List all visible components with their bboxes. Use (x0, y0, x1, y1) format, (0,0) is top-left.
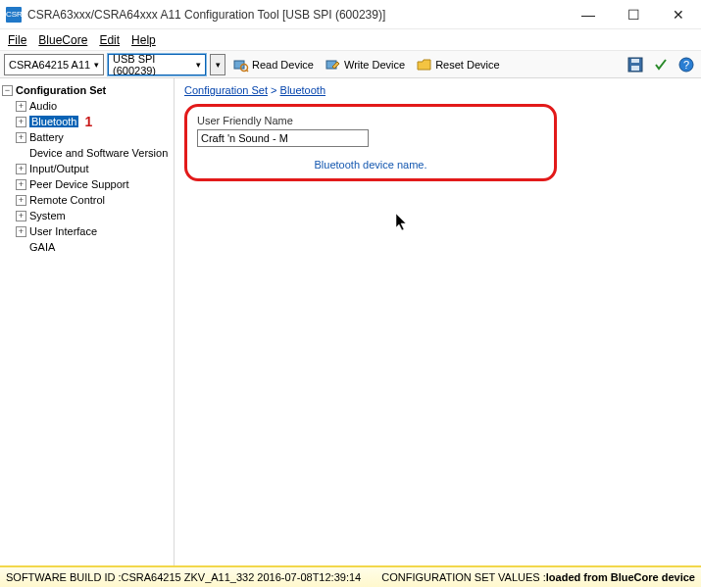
read-device-label: Read Device (252, 59, 314, 71)
tree-item-system[interactable]: +System (2, 208, 172, 223)
field-hint: Bluetooth device name. (197, 159, 544, 171)
svg-text:?: ? (683, 59, 689, 71)
menu-help[interactable]: Help (131, 33, 156, 47)
read-device-button[interactable]: Read Device (229, 54, 318, 75)
status-key-1: SOFTWARE BUILD ID : (6, 571, 122, 583)
expand-icon[interactable]: + (16, 117, 26, 127)
tree-root[interactable]: − Configuration Set (2, 82, 172, 98)
write-device-label: Write Device (344, 59, 405, 71)
tree-item-remote-control[interactable]: +Remote Control (2, 192, 172, 208)
search-chip-icon (233, 57, 249, 73)
tree-item-label: Battery (29, 131, 64, 143)
expand-icon[interactable]: + (16, 211, 26, 221)
field-label: User Friendly Name (197, 115, 544, 126)
tree-item-input-output[interactable]: +Input/Output (2, 161, 172, 176)
expand-icon[interactable]: + (16, 226, 26, 237)
breadcrumb-root[interactable]: Configuration Set (184, 84, 268, 96)
menu-bluecore[interactable]: BlueCore (38, 33, 87, 47)
check-button[interactable] (650, 54, 672, 75)
status-value-2: loaded from BlueCore device (546, 571, 695, 583)
chevron-down-icon: ▾ (194, 60, 203, 70)
breadcrumb: Configuration Set > Bluetooth (184, 84, 691, 96)
svg-rect-5 (631, 59, 639, 63)
collapse-icon[interactable]: − (2, 85, 13, 96)
tree-panel: − Configuration Set +Audio+Bluetooth1+Ba… (0, 78, 175, 565)
tree-item-label: Bluetooth (29, 116, 78, 127)
expand-icon[interactable]: + (16, 179, 26, 190)
cursor-icon (396, 214, 408, 234)
toolbar: CSRA64215 A11 ▾ USB SPI (600239) ▾ ▾ Rea… (0, 51, 701, 78)
tree-item-device-and-software-version[interactable]: Device and Software Version (2, 145, 172, 161)
tree-item-gaia[interactable]: GAIA (2, 239, 172, 255)
tree-item-battery[interactable]: +Battery (2, 129, 172, 145)
window-title: CSRA63xxx/CSRA64xxx A11 Configuration To… (27, 8, 566, 22)
tree-item-peer-device-support[interactable]: +Peer Device Support (2, 176, 172, 192)
menu-edit[interactable]: Edit (99, 33, 120, 47)
tree-item-label: Device and Software Version (29, 147, 168, 159)
reset-device-label: Reset Device (435, 59, 499, 71)
chevron-down-icon: ▾ (92, 60, 101, 70)
window-buttons: — ☐ ✕ (566, 0, 701, 28)
tree-item-bluetooth[interactable]: +Bluetooth1 (2, 114, 172, 129)
app-icon: CSR (6, 7, 22, 23)
menubar: File BlueCore Edit Help (0, 29, 701, 51)
status-value-1: CSRA64215 ZKV_A11_332 2016-07-08T12:39:1… (122, 571, 362, 583)
tree-item-label: Audio (29, 100, 57, 112)
tree-item-audio[interactable]: +Audio (2, 98, 172, 114)
tree-item-label: Remote Control (29, 194, 105, 206)
help-button[interactable]: ? (676, 54, 697, 75)
breadcrumb-current[interactable]: Bluetooth (280, 84, 325, 96)
pencil-chip-icon (325, 57, 341, 73)
expand-placeholder (16, 242, 26, 253)
friendly-name-input[interactable] (197, 129, 369, 147)
annotation-marker: 1 (84, 114, 92, 129)
titlebar: CSR CSRA63xxx/CSRA64xxx A11 Configuratio… (0, 0, 701, 29)
tree-item-label: GAIA (29, 241, 55, 253)
floppy-icon (627, 57, 643, 73)
highlight-panel: User Friendly Name Bluetooth device name… (184, 104, 557, 181)
content-panel: Configuration Set > Bluetooth User Frien… (175, 78, 701, 565)
device-model-combo[interactable]: CSRA64215 A11 ▾ (4, 54, 104, 75)
connection-dropdown-button[interactable]: ▾ (210, 54, 225, 75)
connection-value: USB SPI (600239) (113, 53, 194, 76)
reset-device-button[interactable]: Reset Device (413, 54, 503, 75)
breadcrumb-sep: > (268, 84, 280, 96)
write-device-button[interactable]: Write Device (322, 54, 409, 75)
tree-root-label: Configuration Set (16, 84, 106, 96)
svg-line-2 (246, 70, 248, 72)
tree-item-label: User Interface (29, 225, 97, 237)
device-model-value: CSRA64215 A11 (9, 59, 90, 71)
tree-item-label: Input/Output (29, 163, 89, 174)
status-key-2: CONFIGURATION SET VALUES : (381, 571, 545, 583)
expand-icon[interactable]: + (16, 195, 26, 206)
save-button[interactable] (625, 54, 646, 75)
expand-icon[interactable]: + (16, 132, 26, 143)
body: − Configuration Set +Audio+Bluetooth1+Ba… (0, 78, 701, 565)
svg-rect-6 (631, 66, 639, 71)
expand-placeholder (16, 148, 26, 159)
menu-file[interactable]: File (8, 33, 26, 47)
connection-combo[interactable]: USB SPI (600239) ▾ (108, 54, 206, 75)
maximize-button[interactable]: ☐ (611, 0, 656, 28)
help-icon: ? (678, 57, 694, 73)
expand-icon[interactable]: + (16, 101, 26, 112)
close-button[interactable]: ✕ (656, 0, 701, 28)
tree-item-label: System (29, 210, 66, 221)
statusbar: SOFTWARE BUILD ID : CSRA64215 ZKV_A11_33… (0, 565, 701, 587)
expand-icon[interactable]: + (16, 164, 26, 174)
tree-item-user-interface[interactable]: +User Interface (2, 223, 172, 239)
check-icon (653, 57, 669, 73)
minimize-button[interactable]: — (566, 0, 611, 28)
folder-refresh-icon (417, 57, 432, 73)
tree-item-label: Peer Device Support (29, 178, 129, 190)
